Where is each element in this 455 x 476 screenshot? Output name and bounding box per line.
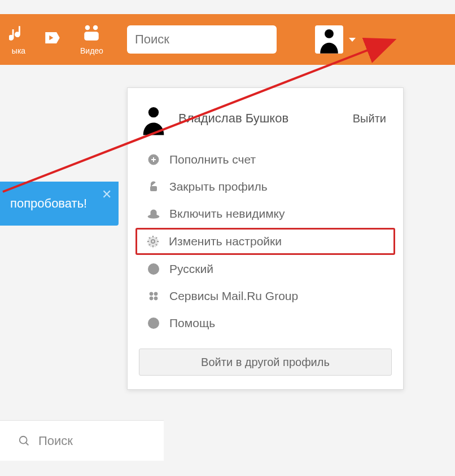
chevron-down-icon (349, 38, 356, 42)
person-icon (141, 104, 166, 135)
menu-label: Русский (169, 262, 213, 276)
video-icon (82, 24, 101, 43)
search-icon (18, 435, 30, 447)
menu-label: Изменить настройки (169, 235, 282, 248)
svg-point-20 (150, 292, 153, 296)
svg-point-5 (325, 29, 334, 38)
nav-music[interactable]: ыка (9, 24, 28, 55)
dropdown-header: Владислав Бушков Выйти (128, 99, 403, 146)
menu-label: Помощь (169, 316, 215, 330)
search-input[interactable] (135, 32, 290, 47)
svg-line-27 (26, 442, 29, 445)
nav-label: Видео (80, 46, 103, 55)
promo-text: попробовать! (10, 196, 87, 211)
profile-dropdown: Владислав Бушков Выйти Пополнить счет За… (127, 87, 404, 390)
svg-point-6 (148, 107, 159, 117)
hat-icon (147, 207, 160, 221)
nav-video[interactable]: Видео (80, 24, 103, 55)
apps-icon (147, 289, 160, 303)
svg-point-1 (93, 25, 98, 30)
music-icon (9, 24, 28, 43)
search-box[interactable] (127, 25, 277, 54)
bottom-search[interactable]: Поиск (0, 420, 164, 461)
menu-invisible[interactable]: Включить невидимку (137, 201, 394, 227)
menu-label: Пополнить счет (169, 153, 256, 166)
svg-point-0 (85, 25, 90, 30)
svg-rect-8 (150, 186, 157, 191)
promo-banner[interactable]: попробовать! ✕ (0, 182, 119, 226)
svg-point-22 (150, 297, 153, 300)
globe-icon (147, 262, 160, 276)
menu-help[interactable]: Помощь (137, 310, 394, 336)
help-icon (147, 316, 160, 330)
svg-rect-2 (85, 32, 99, 41)
avatar (139, 102, 168, 135)
search-label: Поиск (38, 434, 73, 448)
topbar: ыка Видео (0, 14, 455, 65)
menu-settings[interactable]: Изменить настройки (135, 228, 395, 255)
menu-topup[interactable]: Пополнить счет (137, 147, 394, 173)
svg-point-25 (153, 325, 154, 327)
menu-services[interactable]: Сервисы Mail.Ru Group (137, 283, 394, 309)
nav-play[interactable] (43, 28, 62, 51)
svg-point-21 (154, 292, 158, 296)
nav-label: ыка (12, 46, 25, 55)
avatar (315, 25, 343, 54)
user-name: Владислав Бушков (178, 111, 353, 126)
person-icon (318, 27, 340, 54)
menu-label: Включить невидимку (169, 207, 285, 221)
svg-point-26 (20, 436, 27, 443)
lock-open-icon (147, 180, 160, 193)
coin-plus-icon (147, 153, 160, 166)
menu-label: Закрыть профиль (169, 180, 268, 193)
menu-close-profile[interactable]: Закрыть профиль (137, 174, 394, 200)
menu-language[interactable]: Русский (137, 256, 394, 282)
button-label: Войти в другой профиль (201, 356, 330, 369)
logout-link[interactable]: Выйти (353, 112, 386, 125)
profile-trigger[interactable] (315, 25, 356, 54)
menu-label: Сервисы Mail.Ru Group (169, 289, 298, 303)
close-icon[interactable]: ✕ (102, 187, 112, 202)
play-tag-icon (43, 28, 62, 47)
gear-icon (146, 235, 160, 248)
svg-point-23 (154, 297, 158, 300)
switch-profile-button[interactable]: Войти в другой профиль (139, 349, 392, 376)
